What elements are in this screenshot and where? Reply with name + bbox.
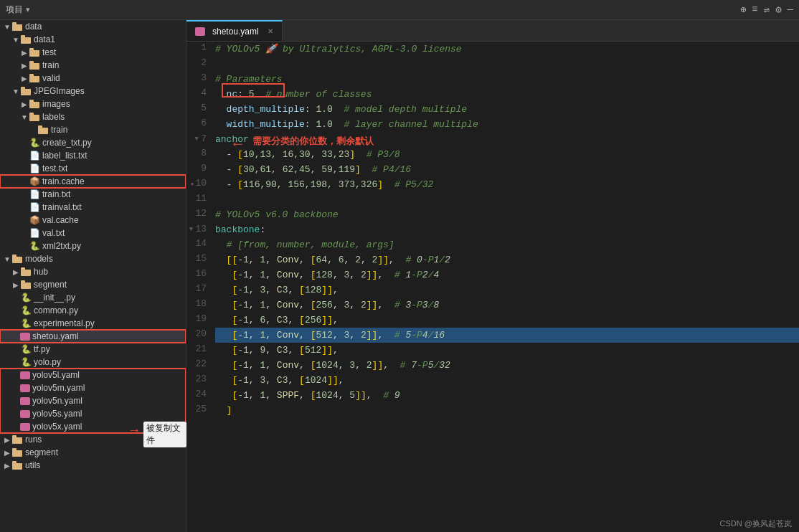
tree-item-shetou-yaml[interactable]: shetou.yaml bbox=[0, 330, 186, 343]
line-content-21[interactable]: [-1, 9, C3, [512]], bbox=[215, 343, 799, 358]
line-number-22: 22 bbox=[186, 358, 215, 373]
swap-icon[interactable]: ⇌ bbox=[764, 4, 770, 16]
txt-icon-test-txt: 📄 bbox=[29, 163, 40, 174]
line-content-5[interactable]: depth_multiple: 1.0 # model depth multip… bbox=[215, 102, 799, 117]
code-line-row: 19 [-1, 6, C3, [256]], bbox=[186, 313, 799, 328]
svg-rect-4 bbox=[29, 50, 39, 57]
svg-rect-25 bbox=[12, 435, 16, 438]
tree-item-JPEGImages[interactable]: ▼JPEGImages bbox=[0, 85, 186, 98]
tree-item-train[interactable]: ▶train bbox=[0, 59, 186, 72]
tree-item-val-cache[interactable]: 📦val.cache bbox=[0, 214, 186, 227]
tree-item-yolov5n[interactable]: yolov5n.yaml bbox=[0, 394, 186, 407]
tree-item-runs[interactable]: ▶runs bbox=[0, 433, 186, 446]
label-segment: segment bbox=[34, 280, 67, 290]
tree-item-test-txt[interactable]: 📄test.txt bbox=[0, 162, 186, 175]
tree-item-trainval-txt[interactable]: 📄trainval.txt bbox=[0, 201, 186, 214]
line-content-14[interactable]: # [from, number, module, args] bbox=[215, 237, 799, 252]
line-content-23[interactable]: [-1, 3, C3, [1024]], bbox=[215, 373, 799, 388]
tree-item-val-txt[interactable]: 📄val.txt bbox=[0, 227, 186, 239]
label-test-txt: test.txt bbox=[42, 163, 67, 174]
line-content-10[interactable]: - [116,90, 156,198, 373,326] # P5/32 bbox=[215, 177, 799, 192]
code-line-row: 23 [-1, 3, C3, [1024]], bbox=[186, 373, 799, 388]
list-icon[interactable]: ≡ bbox=[752, 4, 757, 16]
tree-item-yolov5l[interactable]: yolov5l.yaml bbox=[0, 369, 186, 381]
tree-item-tf-py[interactable]: 🐍tf.py bbox=[0, 343, 186, 356]
code-editor[interactable]: 1# YOLOv5 🚀 by Ultralytics, AGPL-3.0 lic… bbox=[186, 42, 799, 532]
line-content-8[interactable]: - [10,13, 16,30, 33,23] # P3/8 bbox=[215, 147, 799, 162]
label-yolov5x: yolov5x.yaml bbox=[32, 422, 82, 432]
dropdown-arrow[interactable]: ▾ bbox=[26, 5, 30, 14]
line-content-1[interactable]: # YOLOv5 🚀 by Ultralytics, AGPL-3.0 lice… bbox=[215, 42, 799, 57]
settings-icon[interactable]: ⚙ bbox=[775, 4, 781, 16]
tree-item-images[interactable]: ▶images bbox=[0, 98, 186, 110]
tree-item-label_list[interactable]: 📄label_list.txt bbox=[0, 149, 186, 162]
line-content-11[interactable] bbox=[215, 192, 799, 207]
label-experimental-py: experimental.py bbox=[34, 318, 95, 328]
folder-icon-segment bbox=[20, 280, 32, 289]
line-content-20[interactable]: [-1, 1, Conv, [512, 3, 2]], # 5-P4/16 bbox=[215, 328, 799, 343]
line-content-2[interactable] bbox=[215, 57, 799, 72]
tree-item-train-txt[interactable]: 📄train.txt bbox=[0, 188, 186, 201]
label-train-cache: train.cache bbox=[42, 176, 85, 186]
tree-item-create_txt[interactable]: 🐍create_txt.py bbox=[0, 136, 186, 149]
arrow-images: ▶ bbox=[20, 100, 29, 108]
tree-item-yolov5s[interactable]: yolov5s.yaml bbox=[0, 407, 186, 420]
tree-item-yolov5x[interactable]: yolov5x.yaml bbox=[0, 420, 186, 433]
line-content-19[interactable]: [-1, 6, C3, [256]], bbox=[215, 313, 799, 328]
line-content-24[interactable]: [-1, 1, SPPF, [1024, 5]], # 9 bbox=[215, 388, 799, 403]
tree-item-utils[interactable]: ▶utils bbox=[0, 459, 186, 472]
line-content-12[interactable]: # YOLOv5 v6.0 backbone bbox=[215, 207, 799, 222]
project-title: 项目 bbox=[6, 4, 23, 16]
folder-icon-data bbox=[11, 22, 23, 31]
tree-item-segment-root[interactable]: ▶segment bbox=[0, 446, 186, 459]
line-content-25[interactable]: ] bbox=[215, 403, 799, 418]
tree-item-test[interactable]: ▶test bbox=[0, 46, 186, 59]
arrow-models: ▼ bbox=[3, 255, 11, 263]
tree-item-init-py[interactable]: 🐍__init__.py bbox=[0, 291, 186, 304]
tree-item-labels-train[interactable]: train bbox=[0, 123, 186, 136]
tree-item-xml2txt[interactable]: 🐍xml2txt.py bbox=[0, 239, 186, 252]
tree-item-models[interactable]: ▼models bbox=[0, 252, 186, 265]
label-trainval-txt: trainval.txt bbox=[42, 202, 82, 212]
tree-item-common-py[interactable]: 🐍common.py bbox=[0, 304, 186, 317]
folder-icon-runs bbox=[11, 435, 23, 444]
tab-shetou-yaml[interactable]: shetou.yaml ✕ bbox=[186, 20, 283, 41]
line-content-18[interactable]: [-1, 1, Conv, [256, 3, 2]], # 3-P3/8 bbox=[215, 298, 799, 313]
tree-item-valid[interactable]: ▶valid bbox=[0, 72, 186, 85]
line-content-9[interactable]: - [30,61, 62,45, 59,119] # P4/16 bbox=[215, 162, 799, 177]
svg-rect-1 bbox=[12, 22, 16, 25]
line-content-13[interactable]: backbone: bbox=[215, 222, 799, 237]
code-line-row: 24 [-1, 1, SPPF, [1024, 5]], # 9 bbox=[186, 388, 799, 403]
line-number-9: 9 bbox=[186, 162, 215, 177]
tree-item-segment[interactable]: ▶segment bbox=[0, 278, 186, 291]
line-number-15: 15 bbox=[186, 252, 215, 267]
line-content-7[interactable]: anchors: bbox=[215, 132, 799, 147]
tab-close-button[interactable]: ✕ bbox=[268, 27, 273, 35]
label-yolov5l: yolov5l.yaml bbox=[32, 370, 80, 380]
svg-rect-26 bbox=[12, 450, 22, 457]
label-utils: utils bbox=[25, 460, 40, 470]
label-xml2txt: xml2txt.py bbox=[42, 241, 81, 251]
line-content-17[interactable]: [-1, 3, C3, [128]], bbox=[215, 282, 799, 298]
minimize-icon[interactable]: — bbox=[788, 4, 793, 16]
line-content-16[interactable]: [-1, 1, Conv, [128, 3, 2]], # 1-P2/4 bbox=[215, 267, 799, 282]
svg-rect-21 bbox=[21, 267, 25, 270]
sync-icon[interactable]: ⊕ bbox=[740, 4, 746, 16]
line-number-12: 12 bbox=[186, 207, 215, 222]
tree-item-hub[interactable]: ▶hub bbox=[0, 265, 186, 278]
line-content-4[interactable]: nc: 5 # number of classes bbox=[215, 87, 799, 102]
tree-item-data1[interactable]: ▼data1 bbox=[0, 33, 186, 46]
tree-item-train-cache[interactable]: 📦train.cache bbox=[0, 175, 186, 188]
line-content-15[interactable]: [[-1, 1, Conv, [64, 6, 2, 2]], # 0-P1/2 bbox=[215, 252, 799, 267]
tree-item-experimental-py[interactable]: 🐍experimental.py bbox=[0, 317, 186, 330]
line-content-3[interactable]: # Parameters bbox=[215, 72, 799, 87]
tree-item-yolo-py[interactable]: 🐍yolo.py bbox=[0, 356, 186, 369]
code-line-row: 12# YOLOv5 v6.0 backbone bbox=[186, 207, 799, 222]
label-val-txt: val.txt bbox=[42, 228, 65, 238]
tree-item-yolov5m[interactable]: yolov5m.yaml bbox=[0, 381, 186, 394]
tree-item-labels[interactable]: ▼labels bbox=[0, 110, 186, 123]
line-content-22[interactable]: [-1, 1, Conv, [1024, 3, 2]], # 7-P5/32 bbox=[215, 358, 799, 373]
line-content-6[interactable]: width_multiple: 1.0 # layer channel mult… bbox=[215, 117, 799, 132]
tree-item-data[interactable]: ▼data bbox=[0, 20, 186, 33]
code-line-row: ●10 - [116,90, 156,198, 373,326] # P5/32 bbox=[186, 177, 799, 192]
